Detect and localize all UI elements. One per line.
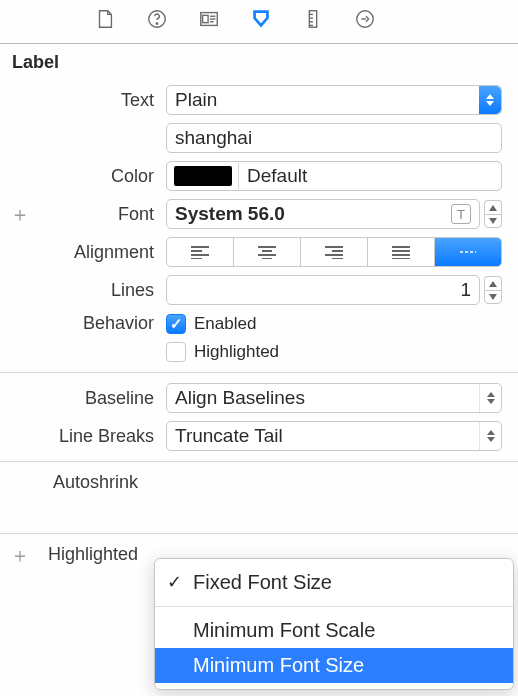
- menu-item-minimum-font-scale[interactable]: Minimum Font Scale: [155, 613, 513, 648]
- font-value: System 56.0: [175, 203, 285, 225]
- color-value: Default: [239, 165, 307, 187]
- highlighted-checkbox[interactable]: [166, 342, 186, 362]
- label-color: Color: [0, 166, 166, 187]
- font-picker-icon[interactable]: T: [451, 204, 471, 224]
- section-header-label: Label: [0, 44, 518, 81]
- download-icon[interactable]: [250, 8, 272, 35]
- divider: [0, 533, 518, 534]
- font-size-stepper[interactable]: [484, 200, 502, 228]
- row-font: ＋ Font System 56.0 T: [0, 195, 518, 233]
- row-text-type: Text Plain: [0, 81, 518, 119]
- color-select[interactable]: Default: [166, 161, 502, 191]
- align-right-button[interactable]: [301, 238, 368, 266]
- svg-point-1: [156, 23, 157, 24]
- add-highlighted-button[interactable]: ＋: [10, 541, 30, 568]
- enabled-label: Enabled: [194, 314, 256, 334]
- divider: [0, 372, 518, 373]
- linebreaks-select[interactable]: Truncate Tail: [166, 421, 502, 451]
- row-text-value: shanghai: [0, 119, 518, 157]
- inspector-toolbar: [0, 0, 518, 44]
- label-linebreaks: Line Breaks: [0, 426, 166, 447]
- align-left-button[interactable]: [167, 238, 234, 266]
- stepper-down-icon[interactable]: [484, 214, 502, 228]
- help-icon[interactable]: [146, 8, 168, 35]
- stepper-down-icon[interactable]: [484, 290, 502, 304]
- stepper-up-icon[interactable]: [484, 200, 502, 214]
- row-linebreaks: Line Breaks Truncate Tail: [0, 417, 518, 455]
- dropdown-caps-icon: [479, 422, 501, 450]
- label-alignment: Alignment: [0, 242, 166, 263]
- row-autoshrink: Autoshrink: [0, 468, 518, 497]
- text-value: shanghai: [175, 127, 252, 149]
- font-field[interactable]: System 56.0 T: [166, 199, 480, 229]
- row-alignment: Alignment: [0, 233, 518, 271]
- menu-item-fixed-font-size[interactable]: Fixed Font Size: [155, 565, 513, 600]
- row-behavior-enabled: Behavior Enabled: [0, 309, 518, 338]
- align-natural-button[interactable]: [435, 238, 501, 266]
- row-behavior-highlighted: Highlighted: [0, 338, 518, 366]
- label-behavior: Behavior: [0, 313, 166, 334]
- align-justify-button[interactable]: [368, 238, 435, 266]
- connections-icon[interactable]: [354, 8, 376, 35]
- highlighted-label: Highlighted: [194, 342, 279, 362]
- file-icon[interactable]: [94, 8, 116, 35]
- dropdown-caps-icon: [479, 162, 501, 190]
- dropdown-caps-icon: [479, 384, 501, 412]
- divider: [0, 461, 518, 462]
- label-highlighted: ＋ Highlighted: [0, 544, 150, 565]
- alignment-segmented[interactable]: [166, 237, 502, 267]
- dropdown-caps-icon: [479, 86, 501, 114]
- text-type-select[interactable]: Plain: [166, 85, 502, 115]
- text-value-input[interactable]: shanghai: [166, 123, 502, 153]
- color-swatch[interactable]: [171, 163, 239, 189]
- lines-value: 1: [460, 279, 471, 301]
- lines-input[interactable]: 1: [166, 275, 480, 305]
- row-lines: Lines 1: [0, 271, 518, 309]
- menu-separator: [155, 606, 513, 607]
- linebreaks-value: Truncate Tail: [175, 425, 283, 447]
- add-font-button[interactable]: ＋: [10, 201, 30, 228]
- menu-item-minimum-font-size[interactable]: Minimum Font Size: [155, 648, 513, 683]
- enabled-checkbox[interactable]: [166, 314, 186, 334]
- lines-stepper[interactable]: [484, 276, 502, 304]
- baseline-value: Align Baselines: [175, 387, 305, 409]
- label-autoshrink: Autoshrink: [0, 472, 150, 493]
- stepper-up-icon[interactable]: [484, 276, 502, 290]
- label-text: Text: [0, 90, 166, 111]
- autoshrink-menu: Fixed Font Size Minimum Font Scale Minim…: [154, 558, 514, 690]
- text-type-value: Plain: [175, 89, 217, 111]
- identity-icon[interactable]: [198, 8, 220, 35]
- align-center-button[interactable]: [234, 238, 301, 266]
- baseline-select[interactable]: Align Baselines: [166, 383, 502, 413]
- row-baseline: Baseline Align Baselines: [0, 379, 518, 417]
- label-lines: Lines: [0, 280, 166, 301]
- label-font: ＋ Font: [0, 204, 166, 225]
- size-icon[interactable]: [302, 8, 324, 35]
- row-color: Color Default: [0, 157, 518, 195]
- svg-rect-3: [203, 15, 209, 22]
- label-baseline: Baseline: [0, 388, 166, 409]
